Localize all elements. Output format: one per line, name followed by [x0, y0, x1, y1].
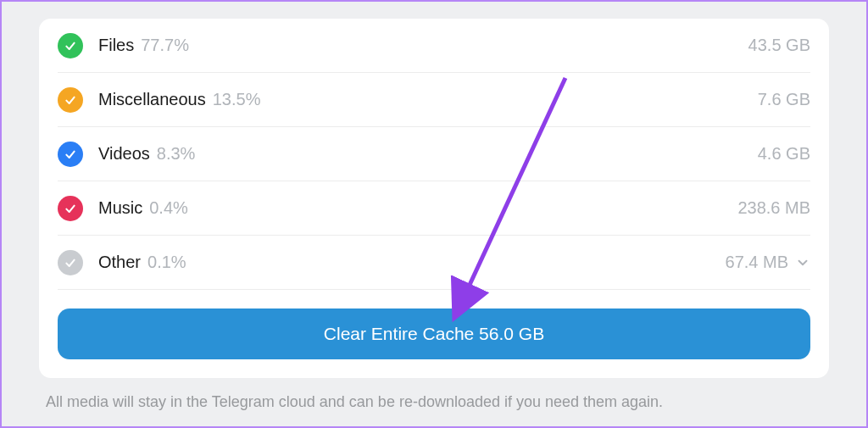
checkmark-icon [58, 87, 83, 113]
clear-cache-button[interactable]: Clear Entire Cache 56.0 GB [58, 308, 810, 359]
category-percent: 13.5% [213, 90, 261, 109]
footer-note: All media will stay in the Telegram clou… [39, 378, 829, 411]
category-percent: 0.4% [149, 198, 188, 218]
checkmark-icon [58, 33, 83, 58]
category-percent: 77.7% [141, 36, 189, 55]
chevron-down-icon [795, 255, 810, 270]
category-label: Music [98, 198, 142, 218]
category-percent: 0.1% [147, 253, 186, 272]
category-size: 238.6 MB [737, 198, 810, 218]
checkmark-icon [58, 250, 83, 275]
category-label: Miscellaneous [98, 90, 206, 109]
category-row-files[interactable]: Files 77.7% 43.5 GB [58, 19, 810, 73]
category-percent: 8.3% [157, 144, 196, 164]
category-size: 67.4 MB [726, 253, 788, 272]
category-row-music[interactable]: Music 0.4% 238.6 MB [58, 181, 810, 236]
category-size: 43.5 GB [748, 36, 810, 55]
cache-card: Files 77.7% 43.5 GB Miscellaneous 13.5% … [39, 19, 829, 378]
category-row-misc[interactable]: Miscellaneous 13.5% 7.6 GB [58, 73, 810, 127]
category-size: 7.6 GB [758, 90, 810, 109]
checkmark-icon [58, 196, 83, 221]
category-size: 4.6 GB [758, 144, 810, 164]
category-row-videos[interactable]: Videos 8.3% 4.6 GB [58, 127, 810, 181]
category-row-other[interactable]: Other 0.1% 67.4 MB [58, 236, 810, 290]
category-label: Videos [98, 144, 150, 164]
checkmark-icon [58, 142, 83, 167]
category-label: Other [98, 253, 141, 272]
category-label: Files [98, 36, 134, 55]
